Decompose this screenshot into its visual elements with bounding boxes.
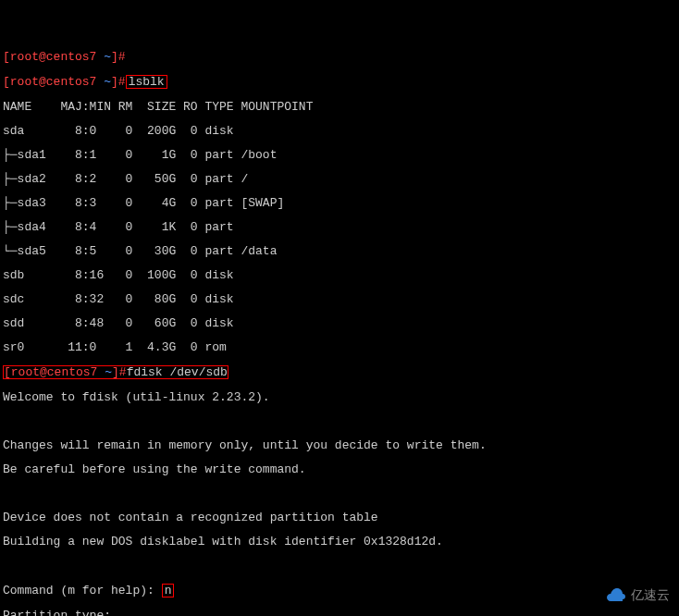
blank [3, 560, 676, 572]
blank [3, 487, 676, 499]
lsblk-row: └─sda5 8:5 0 30G 0 part /data [3, 245, 676, 257]
fdisk-msg: Device does not contain a recognized par… [3, 511, 676, 524]
blank [3, 415, 676, 427]
fdisk-msg: Building a new DOS disklabel with disk i… [3, 536, 676, 548]
prompt-end: ]# [111, 75, 126, 89]
lsblk-row: ├─sda3 8:3 0 4G 0 part [SWAP] [3, 197, 676, 209]
lsblk-header: NAME MAJ:MIN RM SIZE RO TYPE MOUNTPOINT [3, 101, 676, 113]
prompt-user: [root@centos7 [3, 50, 104, 64]
prompt-path: ~ [104, 75, 111, 89]
lsblk-row: ├─sda4 8:4 0 1K 0 part [3, 221, 676, 233]
cmd-help-label: Command (m for help): [3, 584, 162, 598]
watermark: 亿速云 [605, 585, 670, 607]
prompt-end: ]# [111, 50, 126, 64]
prompt-line-2[interactable]: [root@centos7 ~]#lsblk [3, 75, 676, 89]
lsblk-row: sr0 11:0 1 4.3G 0 rom [3, 341, 676, 353]
cmd-prompt-n[interactable]: Command (m for help): n [3, 584, 676, 598]
lsblk-row: ├─sda1 8:1 0 1G 0 part /boot [3, 149, 676, 161]
watermark-text: 亿速云 [631, 589, 670, 602]
fdisk-msg: Changes will remain in memory only, unti… [3, 439, 676, 451]
fdisk-msg: Be careful before using the write comman… [3, 463, 676, 475]
lsblk-row: sdd 8:48 0 60G 0 disk [3, 317, 676, 329]
cmd-lsblk: lsblk [126, 75, 167, 89]
prompt-path: ~ [104, 50, 111, 64]
cmd-fdisk: fdisk /dev/sdb [127, 365, 228, 379]
prompt-path: ~ [105, 365, 112, 379]
fdisk-welcome: Welcome to fdisk (util-linux 2.23.2). [3, 391, 676, 403]
prompt-user: [root@centos7 [4, 365, 105, 379]
prompt-end: ]# [112, 365, 127, 379]
input-n: n [162, 584, 175, 598]
lsblk-row: sda 8:0 0 200G 0 disk [3, 125, 676, 137]
prompt-line-3[interactable]: [root@centos7 ~]#fdisk /dev/sdb [3, 365, 676, 379]
lsblk-row: ├─sda2 8:2 0 50G 0 part / [3, 173, 676, 185]
lsblk-row: sdb 8:16 0 100G 0 disk [3, 269, 676, 281]
cloud-icon [605, 585, 627, 607]
ptype-label: Partition type: [3, 610, 676, 616]
lsblk-row: sdc 8:32 0 80G 0 disk [3, 293, 676, 305]
prompt-line-1: [root@centos7 ~]# [3, 51, 676, 63]
prompt-user: [root@centos7 [3, 75, 104, 89]
